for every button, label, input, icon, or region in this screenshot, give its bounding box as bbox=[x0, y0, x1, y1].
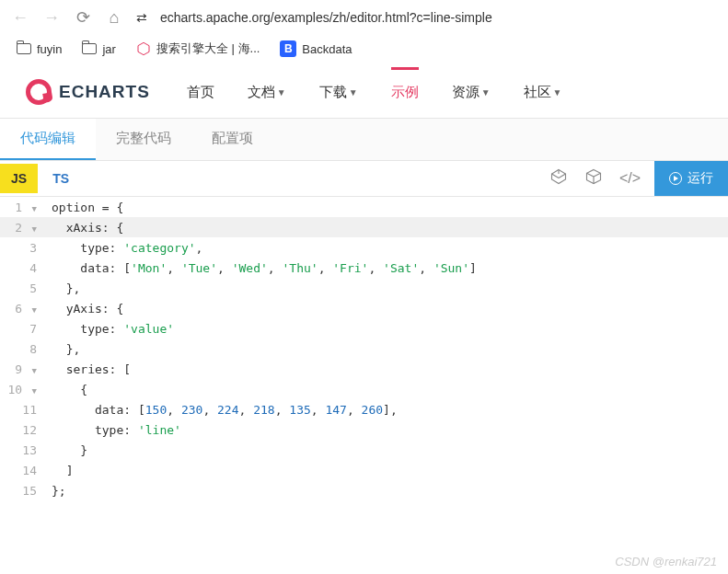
logo-text: ECHARTS bbox=[59, 82, 150, 102]
code-line[interactable]: 7 type: 'value' bbox=[0, 318, 728, 339]
code-icon[interactable]: </> bbox=[619, 170, 638, 187]
line-number: 14 bbox=[0, 464, 46, 477]
chevron-down-icon: ▼ bbox=[553, 87, 562, 98]
code-line[interactable]: 11 data: [150, 230, 224, 218, 135, 147, … bbox=[0, 399, 728, 419]
lang-ts-button[interactable]: TS bbox=[38, 164, 80, 193]
line-number: 2 ▼ bbox=[0, 221, 46, 235]
nav-link-label: 下载 bbox=[319, 84, 347, 101]
editor-tabs: 代码编辑完整代码配置项 bbox=[0, 118, 728, 161]
code-content: data: ['Mon', 'Tue', 'Wed', 'Thu', 'Fri'… bbox=[46, 261, 477, 275]
chevron-down-icon: ▼ bbox=[481, 87, 491, 98]
nav-link[interactable]: 示例 bbox=[391, 84, 419, 101]
code-content: series: [ bbox=[46, 362, 131, 376]
bookmark-label: Backdata bbox=[302, 42, 352, 56]
hex-icon bbox=[136, 41, 151, 56]
nav-link-label: 资源 bbox=[452, 84, 480, 101]
chevron-down-icon: ▼ bbox=[277, 87, 286, 98]
code-content: }, bbox=[46, 342, 80, 356]
code-line[interactable]: 15 }; bbox=[0, 480, 728, 500]
play-icon bbox=[669, 172, 682, 185]
bookmark-item[interactable]: BBackdata bbox=[280, 40, 352, 57]
browser-toolbar: ← → ⟳ ⌂ ⇄ echarts.apache.org/examples/zh… bbox=[0, 0, 728, 35]
code-content: type: 'value' bbox=[46, 322, 174, 336]
nav-link[interactable]: 首页 bbox=[187, 84, 214, 101]
code-line[interactable]: 4 data: ['Mon', 'Tue', 'Wed', 'Thu', 'Fr… bbox=[0, 258, 728, 278]
logo-icon bbox=[26, 79, 52, 105]
nav-link-label: 文档 bbox=[248, 84, 275, 101]
nav-link-label: 首页 bbox=[187, 84, 214, 101]
code-editor[interactable]: 1 ▼option = {2 ▼ xAxis: {3 type: 'catego… bbox=[0, 197, 728, 500]
nav-link[interactable]: 文档▼ bbox=[248, 84, 286, 101]
line-number: 6 ▼ bbox=[0, 302, 46, 316]
code-content: type: 'category', bbox=[46, 241, 202, 255]
line-number: 3 bbox=[0, 241, 46, 255]
line-number: 1 ▼ bbox=[0, 201, 46, 214]
editor-tab[interactable]: 配置项 bbox=[191, 119, 273, 160]
nav-link[interactable]: 社区▼ bbox=[524, 84, 562, 101]
code-content: option = { bbox=[46, 201, 123, 214]
line-number: 11 bbox=[0, 403, 46, 417]
code-content: } bbox=[46, 443, 87, 457]
codepen-icon[interactable] bbox=[549, 168, 568, 189]
code-line[interactable]: 13 } bbox=[0, 440, 728, 460]
url-bar[interactable]: echarts.apache.org/examples/zh/editor.ht… bbox=[160, 10, 492, 25]
nav-link-label: 社区 bbox=[524, 84, 551, 101]
line-number: 8 bbox=[0, 342, 46, 356]
bookmark-label: jar bbox=[102, 42, 115, 56]
code-content: { bbox=[46, 383, 87, 396]
nav-link[interactable]: 下载▼ bbox=[319, 84, 358, 101]
code-line[interactable]: 14 ] bbox=[0, 460, 728, 480]
code-line[interactable]: 6 ▼ yAxis: { bbox=[0, 298, 728, 318]
line-number: 12 bbox=[0, 423, 46, 437]
line-number: 13 bbox=[0, 443, 46, 457]
echarts-logo[interactable]: ECHARTS bbox=[26, 79, 150, 105]
run-label: 运行 bbox=[688, 170, 713, 187]
cube-icon[interactable] bbox=[584, 168, 603, 189]
code-content: xAxis: { bbox=[46, 221, 123, 235]
b-icon: B bbox=[280, 40, 296, 57]
code-line[interactable]: 8 }, bbox=[0, 339, 728, 359]
code-content: }, bbox=[46, 281, 80, 295]
svg-marker-0 bbox=[138, 42, 149, 54]
svg-line-3 bbox=[559, 174, 566, 178]
nav-link[interactable]: 资源▼ bbox=[452, 84, 491, 101]
svg-line-6 bbox=[587, 173, 595, 177]
code-line[interactable]: 2 ▼ xAxis: { bbox=[0, 217, 728, 237]
run-button[interactable]: 运行 bbox=[654, 161, 728, 196]
lang-js-button[interactable]: JS bbox=[0, 164, 38, 193]
code-content: yAxis: { bbox=[46, 302, 123, 316]
line-number: 4 bbox=[0, 261, 46, 275]
code-content: }; bbox=[46, 484, 66, 498]
line-number: 10 ▼ bbox=[0, 383, 46, 396]
back-button[interactable]: ← bbox=[11, 8, 29, 28]
editor-tab[interactable]: 代码编辑 bbox=[0, 119, 96, 160]
code-line[interactable]: 12 type: 'line' bbox=[0, 419, 728, 440]
code-line[interactable]: 5 }, bbox=[0, 278, 728, 298]
bookmark-item[interactable]: fuyin bbox=[17, 42, 62, 56]
code-line[interactable]: 9 ▼ series: [ bbox=[0, 359, 728, 379]
site-settings-icon[interactable]: ⇄ bbox=[136, 10, 147, 25]
bookmark-item[interactable]: jar bbox=[82, 42, 115, 56]
home-button[interactable]: ⌂ bbox=[105, 8, 123, 28]
folder-icon bbox=[17, 43, 31, 54]
bookmark-item[interactable]: 搜索引擎大全 | 海... bbox=[136, 40, 260, 57]
code-line[interactable]: 3 type: 'category', bbox=[0, 237, 728, 258]
svg-line-2 bbox=[552, 174, 560, 178]
forward-button[interactable]: → bbox=[42, 8, 61, 28]
bookmark-label: 搜索引擎大全 | 海... bbox=[156, 40, 260, 57]
reload-button[interactable]: ⟳ bbox=[74, 7, 92, 28]
code-content: data: [150, 230, 224, 218, 135, 147, 260… bbox=[46, 403, 398, 417]
chevron-down-icon: ▼ bbox=[349, 87, 358, 98]
editor-toolbar: JS TS </> 运行 bbox=[0, 161, 728, 197]
line-number: 5 bbox=[0, 281, 46, 295]
editor-tab[interactable]: 完整代码 bbox=[96, 119, 191, 160]
code-content: type: 'line' bbox=[46, 423, 181, 437]
bookmark-label: fuyin bbox=[37, 42, 62, 56]
site-header: ECHARTS 首页文档▼下载▼示例资源▼社区▼ bbox=[0, 63, 728, 118]
code-line[interactable]: 10 ▼ { bbox=[0, 379, 728, 399]
code-line[interactable]: 1 ▼option = { bbox=[0, 197, 728, 217]
svg-line-7 bbox=[594, 173, 601, 177]
main-nav: 首页文档▼下载▼示例资源▼社区▼ bbox=[187, 84, 562, 101]
folder-icon bbox=[82, 43, 97, 54]
line-number: 15 bbox=[0, 484, 46, 498]
